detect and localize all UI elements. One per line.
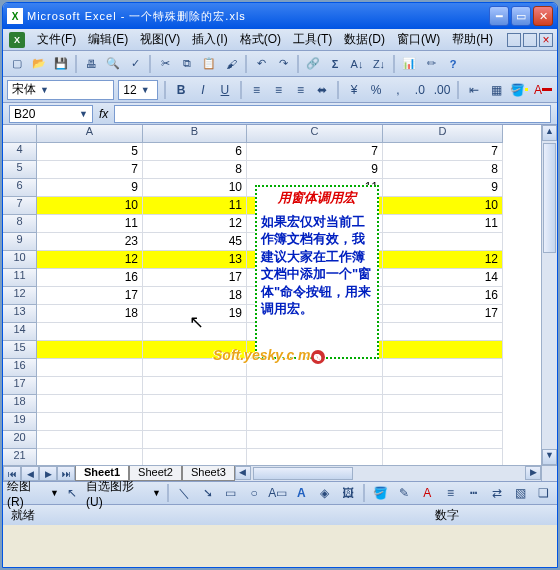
font-dropdown[interactable]: 宋体 ▼ — [7, 80, 114, 100]
cell[interactable]: 5 — [37, 143, 143, 161]
cell[interactable] — [37, 395, 143, 413]
select-all-corner[interactable] — [3, 125, 37, 143]
autoshape-menu[interactable]: 自选图形(U) — [86, 478, 148, 509]
cell[interactable] — [143, 431, 247, 449]
cell[interactable] — [37, 341, 143, 359]
preview-icon[interactable]: 🔍 — [103, 54, 123, 74]
cell[interactable]: 18 — [143, 287, 247, 305]
name-box[interactable]: B20 ▼ — [9, 105, 93, 123]
cell[interactable] — [383, 413, 503, 431]
copy-icon[interactable]: ⧉ — [177, 54, 197, 74]
maximize-button[interactable]: ▭ — [511, 6, 531, 26]
menu-window[interactable]: 窗口(W) — [391, 29, 446, 50]
cell[interactable] — [247, 395, 383, 413]
vertical-scrollbar[interactable]: ▲ ▼ — [541, 125, 557, 465]
cell[interactable]: 9 — [37, 179, 143, 197]
cell[interactable] — [383, 431, 503, 449]
close-button[interactable]: ✕ — [533, 6, 553, 26]
doc-icon[interactable]: X — [9, 32, 25, 48]
increase-decimal-icon[interactable]: .0 — [411, 80, 429, 100]
cell[interactable] — [383, 233, 503, 251]
select-objects-icon[interactable]: ↖ — [63, 483, 82, 503]
print-icon[interactable]: 🖶 — [81, 54, 101, 74]
oval-icon[interactable]: ○ — [244, 483, 263, 503]
cell[interactable] — [247, 449, 383, 465]
row-header[interactable]: 17 — [3, 377, 37, 395]
first-sheet-icon[interactable]: ⏮ — [3, 466, 21, 481]
3d-icon[interactable]: ❏ — [534, 483, 553, 503]
fill-color-icon[interactable]: 🪣 — [509, 80, 529, 100]
cell[interactable]: 14 — [383, 269, 503, 287]
fill-color-icon[interactable]: 🪣 — [371, 483, 390, 503]
titlebar[interactable]: X Microsoft Excel - 一个特殊删除的宏.xls ━ ▭ ✕ — [3, 3, 557, 29]
scroll-down-icon[interactable]: ▼ — [542, 449, 557, 465]
row-header[interactable]: 19 — [3, 413, 37, 431]
cell[interactable]: 11 — [383, 215, 503, 233]
horizontal-scrollbar[interactable]: ◀ ▶ — [235, 466, 541, 481]
row-header[interactable]: 21 — [3, 449, 37, 465]
cell[interactable]: 12 — [143, 215, 247, 233]
merge-icon[interactable]: ⬌ — [313, 80, 331, 100]
link-icon[interactable]: 🔗 — [303, 54, 323, 74]
borders-icon[interactable]: ▦ — [487, 80, 505, 100]
comma-icon[interactable]: , — [389, 80, 407, 100]
row-header[interactable]: 20 — [3, 431, 37, 449]
arrow-icon[interactable]: ➘ — [198, 483, 217, 503]
cell[interactable]: 8 — [383, 161, 503, 179]
cell[interactable]: 17 — [383, 305, 503, 323]
macro-textbox[interactable]: 用窗体调用宏 如果宏仅对当前工作簿文档有效，我建议大家在工作簿文档中添加一个"窗… — [255, 185, 379, 359]
sheet-tab[interactable]: Sheet3 — [182, 466, 235, 481]
redo-icon[interactable]: ↷ — [273, 54, 293, 74]
prev-sheet-icon[interactable]: ◀ — [21, 466, 39, 481]
fontsize-dropdown[interactable]: 12 ▼ — [118, 80, 158, 100]
row-header[interactable]: 6 — [3, 179, 37, 197]
open-icon[interactable]: 📂 — [29, 54, 49, 74]
sheet-tab[interactable]: Sheet2 — [129, 466, 182, 481]
sort-asc-icon[interactable]: A↓ — [347, 54, 367, 74]
bold-button[interactable]: B — [172, 80, 190, 100]
cell[interactable] — [143, 377, 247, 395]
cell[interactable]: 9 — [247, 161, 383, 179]
cell[interactable]: 10 — [383, 197, 503, 215]
scroll-thumb[interactable] — [543, 143, 556, 253]
font-color-icon[interactable]: A — [418, 483, 437, 503]
cell[interactable] — [37, 359, 143, 377]
cell[interactable] — [143, 359, 247, 377]
cell[interactable]: 17 — [37, 287, 143, 305]
cell[interactable]: 23 — [37, 233, 143, 251]
undo-icon[interactable]: ↶ — [251, 54, 271, 74]
clipart-icon[interactable]: 🖼 — [338, 483, 357, 503]
next-sheet-icon[interactable]: ▶ — [39, 466, 57, 481]
doc-close-button[interactable]: × — [539, 33, 553, 47]
cell[interactable] — [383, 323, 503, 341]
scroll-left-icon[interactable]: ◀ — [235, 466, 251, 480]
line-color-icon[interactable]: ✎ — [394, 483, 413, 503]
cell[interactable] — [383, 449, 503, 465]
underline-button[interactable]: U — [216, 80, 234, 100]
cell[interactable]: 9 — [383, 179, 503, 197]
cell[interactable]: 7 — [247, 143, 383, 161]
row-header[interactable]: 4 — [3, 143, 37, 161]
cell[interactable]: 45 — [143, 233, 247, 251]
align-right-icon[interactable]: ≡ — [291, 80, 309, 100]
col-header[interactable]: C — [247, 125, 383, 143]
fx-icon[interactable]: fx — [99, 107, 108, 121]
sort-desc-icon[interactable]: Z↓ — [369, 54, 389, 74]
chart-icon[interactable]: 📊 — [399, 54, 419, 74]
save-icon[interactable]: 💾 — [51, 54, 71, 74]
menu-edit[interactable]: 编辑(E) — [82, 29, 134, 50]
cell[interactable] — [247, 377, 383, 395]
cell[interactable] — [247, 431, 383, 449]
cell[interactable]: 16 — [37, 269, 143, 287]
cell[interactable] — [143, 395, 247, 413]
paste-icon[interactable]: 📋 — [199, 54, 219, 74]
scroll-up-icon[interactable]: ▲ — [542, 125, 557, 141]
align-center-icon[interactable]: ≡ — [270, 80, 288, 100]
formula-input[interactable] — [114, 105, 551, 123]
doc-minimize-button[interactable] — [507, 33, 521, 47]
line-style-icon[interactable]: ≡ — [441, 483, 460, 503]
row-header[interactable]: 11 — [3, 269, 37, 287]
cell[interactable]: 8 — [143, 161, 247, 179]
sum-icon[interactable]: Σ — [325, 54, 345, 74]
indent-icon[interactable]: ⇤ — [465, 80, 483, 100]
